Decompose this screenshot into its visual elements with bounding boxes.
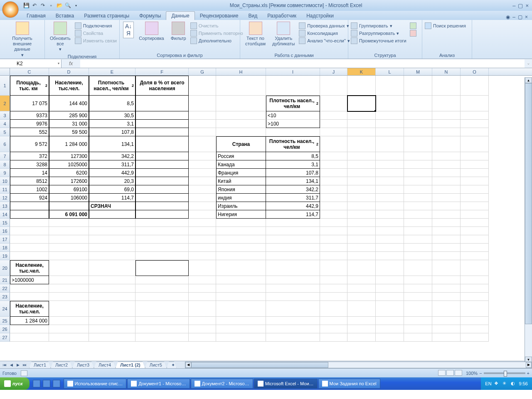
text-to-columns-button[interactable]: Текст по столбцам <box>243 21 268 47</box>
row-header[interactable]: 13 <box>0 202 10 210</box>
cell[interactable] <box>376 169 404 177</box>
cell[interactable]: 69100 <box>49 185 89 194</box>
cell[interactable] <box>347 160 376 169</box>
sort-az-button[interactable]: А↓Я <box>122 21 135 39</box>
tray-icon[interactable]: ◐ <box>511 381 517 387</box>
cell[interactable] <box>376 185 404 194</box>
cell[interactable]: 442,9 <box>266 202 320 210</box>
cell[interactable] <box>320 317 347 325</box>
cell[interactable] <box>216 252 266 260</box>
cell[interactable]: 372 <box>10 152 49 160</box>
cell[interactable]: 924 <box>10 194 49 202</box>
cell[interactable] <box>320 325 347 333</box>
cell[interactable] <box>49 301 89 317</box>
cell[interactable] <box>189 128 216 136</box>
cell[interactable] <box>376 219 404 227</box>
cell[interactable]: 9 572 <box>10 136 49 152</box>
cell[interactable] <box>266 235 320 244</box>
cell[interactable] <box>135 120 189 128</box>
row-header[interactable]: 1 <box>0 76 10 96</box>
office-button[interactable] <box>2 1 19 18</box>
cell[interactable] <box>432 136 461 152</box>
cell[interactable] <box>376 96 404 111</box>
cell[interactable] <box>266 317 320 325</box>
cell[interactable] <box>320 185 347 194</box>
cell[interactable] <box>461 111 489 120</box>
cell[interactable] <box>461 252 489 260</box>
cell[interactable] <box>347 293 376 301</box>
cell[interactable] <box>10 244 49 252</box>
cell[interactable] <box>432 227 461 235</box>
cell[interactable] <box>266 76 320 96</box>
cell[interactable] <box>216 293 266 301</box>
cell[interactable] <box>266 301 320 317</box>
cell[interactable] <box>461 244 489 252</box>
cell[interactable] <box>320 235 347 244</box>
cell[interactable] <box>404 76 432 96</box>
cell[interactable]: 8,5 <box>89 96 135 111</box>
tab-review[interactable]: Рецензирование <box>195 12 244 20</box>
cell[interactable] <box>266 260 320 276</box>
cell[interactable] <box>347 111 376 120</box>
cell[interactable]: >100 <box>266 120 320 128</box>
tab-layout[interactable]: Разметка страницы <box>79 12 134 20</box>
cell[interactable] <box>432 325 461 333</box>
cell[interactable] <box>376 128 404 136</box>
ribbon-minimize-icon[interactable]: – <box>512 14 515 20</box>
column-header[interactable]: E <box>89 68 135 75</box>
sheet-tab[interactable]: Лист1 <box>29 362 51 368</box>
cell[interactable] <box>135 219 189 227</box>
subtotal-button[interactable]: Промежуточные итоги <box>351 37 406 44</box>
cell[interactable]: 127300 <box>49 152 89 160</box>
cell[interactable]: 30,5 <box>89 111 135 120</box>
cell[interactable] <box>216 325 266 333</box>
cell[interactable] <box>320 219 347 227</box>
cell[interactable]: Нигерия <box>216 210 266 219</box>
cell[interactable] <box>404 111 432 120</box>
cell[interactable] <box>404 136 432 152</box>
cell[interactable]: 6200 <box>49 169 89 177</box>
cell[interactable] <box>404 317 432 325</box>
cell[interactable]: Китай <box>216 177 266 185</box>
filter-button[interactable]: Фильтр <box>168 21 189 42</box>
cell[interactable] <box>461 325 489 333</box>
cell[interactable] <box>432 177 461 185</box>
name-box[interactable]: K2 <box>0 59 62 68</box>
cell[interactable] <box>89 219 135 227</box>
cell[interactable] <box>216 333 266 342</box>
sheet-tab[interactable]: Лист1 (2) <box>116 362 145 368</box>
cell[interactable] <box>189 276 216 284</box>
cell[interactable] <box>404 177 432 185</box>
cell[interactable] <box>404 219 432 227</box>
sheet-tab[interactable]: Лист4 <box>94 362 116 368</box>
cell[interactable] <box>49 202 89 210</box>
cell[interactable] <box>347 120 376 128</box>
cell[interactable]: 114,7 <box>89 194 135 202</box>
row-header[interactable]: 23 <box>0 293 10 301</box>
cell[interactable] <box>49 244 89 252</box>
cell[interactable] <box>347 96 376 111</box>
row-header[interactable]: 16 <box>0 227 10 235</box>
cell[interactable]: Канада <box>216 160 266 169</box>
tab-formulas[interactable]: Формулы <box>134 12 166 20</box>
cell[interactable] <box>347 169 376 177</box>
row-header[interactable]: 27 <box>0 333 10 342</box>
cell[interactable] <box>189 219 216 227</box>
cell[interactable] <box>376 317 404 325</box>
tab-insert[interactable]: Вставка <box>51 12 79 20</box>
cell[interactable] <box>10 293 49 301</box>
cell[interactable]: Население, тыс.чел. <box>49 76 89 96</box>
cell[interactable]: 69,0 <box>89 185 135 194</box>
cell[interactable] <box>89 235 135 244</box>
cell[interactable] <box>135 202 189 210</box>
cell[interactable] <box>189 177 216 185</box>
cell[interactable] <box>216 96 266 111</box>
cell[interactable] <box>404 284 432 293</box>
cell[interactable] <box>461 120 489 128</box>
cell[interactable] <box>404 185 432 194</box>
cell[interactable] <box>189 244 216 252</box>
cell[interactable] <box>89 260 135 276</box>
cell[interactable] <box>461 128 489 136</box>
sort-button[interactable]: Сортировка <box>136 21 166 42</box>
show-detail-icon[interactable] <box>410 22 416 29</box>
